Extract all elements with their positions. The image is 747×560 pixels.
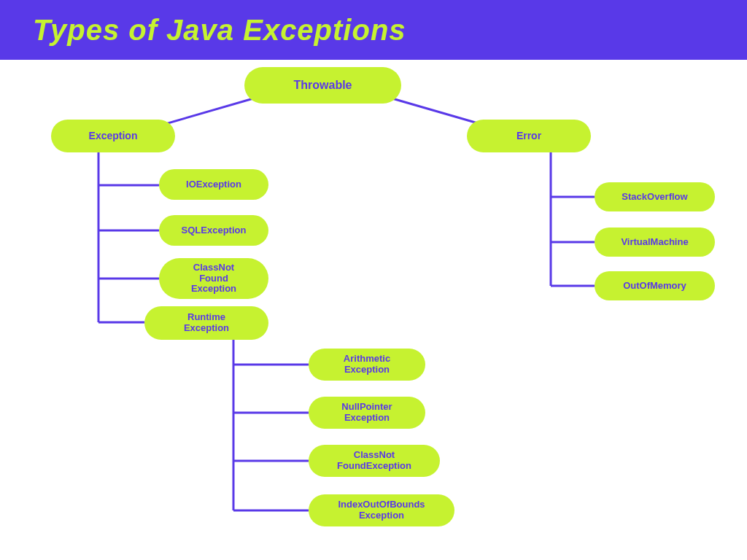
node-ioexception: IOException (159, 169, 268, 200)
node-sqlexception: SQLException (159, 215, 268, 246)
diagram-canvas: Throwable Exception Error IOException SQ… (0, 60, 747, 560)
node-outofmemory: OutOfMemory (595, 271, 715, 300)
node-stackoverflow: StackOverflow (595, 182, 715, 211)
node-indexoutofbounds: IndexOutOfBounds Exception (309, 494, 454, 526)
node-arithmetic: Arithmetic Exception (309, 349, 425, 381)
node-nullpointer: NullPointer Exception (309, 397, 425, 429)
node-error: Error (467, 120, 591, 152)
node-classnotfound2: ClassNot FoundException (309, 445, 440, 477)
header-bar: Types of Java Exceptions (0, 0, 747, 60)
node-throwable: Throwable (244, 67, 401, 104)
node-exception: Exception (51, 120, 175, 152)
node-runtime: Runtime Exception (144, 306, 268, 340)
page-title: Types of Java Exceptions (33, 14, 406, 47)
node-virtualmachine: VirtualMachine (595, 228, 715, 257)
node-classnotfound: ClassNot Found Exception (159, 258, 268, 299)
